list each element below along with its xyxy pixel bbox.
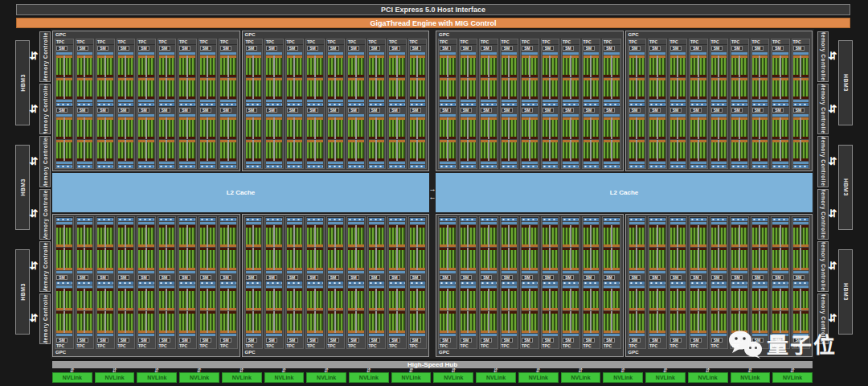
processing-block [793, 55, 809, 77]
tpc-label: TPC [117, 343, 135, 348]
processing-block [287, 78, 303, 100]
processing-block [246, 78, 262, 100]
sm-label-wrap: SM [118, 337, 134, 343]
sm-block: SM [327, 217, 345, 281]
sm-block: SM [158, 217, 176, 281]
processing-block [410, 78, 426, 100]
sm-label-wrap: SM [77, 45, 93, 51]
sm-label-wrap: SM [179, 107, 195, 113]
sm-label: SM [266, 46, 277, 51]
tex-unit-bar [629, 165, 645, 168]
l1-cache-bar [772, 52, 788, 55]
sm-block: SM [286, 106, 304, 168]
l1-cache-bar [307, 114, 323, 117]
l1-cache-bar [138, 162, 154, 164]
sm-label-wrap: SM [246, 107, 262, 113]
l1-cache-bar [670, 334, 686, 336]
l1-cache-bar [604, 162, 620, 164]
l1-cache-bar [410, 334, 426, 336]
processing-block [246, 117, 262, 139]
sm-block: SM [137, 106, 155, 168]
l1-cache-bar [287, 334, 303, 336]
processing-block [410, 117, 426, 139]
processing-block [711, 225, 727, 247]
processing-block [502, 225, 518, 247]
sm-label: SM [159, 275, 170, 280]
l1-cache-bar [389, 285, 405, 288]
tex-unit-bar [711, 165, 727, 168]
l1-cache-bar [522, 285, 538, 288]
tex-unit-bar [604, 165, 620, 168]
tex-unit-bar [690, 218, 706, 221]
tpc-block: SMSMTPC [648, 216, 667, 349]
gpc-label: GPC [436, 31, 623, 39]
sm-label-wrap: SM [690, 337, 706, 343]
sm-label-wrap: SM [287, 337, 303, 343]
memory-controller-column-right: Memory ControllerMemory ControllerMemory… [817, 31, 829, 344]
sm-label: SM [159, 338, 170, 343]
processing-block [542, 248, 559, 269]
gpc-body: SMSMTPCSMSMTPCSMSMTPCSMSMTPCSMSMTPCSMSMT… [53, 215, 240, 349]
sm-label-wrap: SM [649, 274, 665, 281]
processing-block [266, 140, 282, 162]
sm-label: SM [246, 46, 257, 51]
l1-cache-bar [522, 114, 538, 117]
tex-unit-bar [752, 165, 768, 168]
hbm3-block: HBM3 [838, 145, 853, 230]
sm-block: SM [603, 281, 620, 344]
processing-block [159, 225, 175, 247]
sm-label-wrap: SM [752, 45, 768, 51]
processing-block [118, 248, 134, 269]
sm-label-wrap: SM [629, 274, 645, 281]
nvlink-block: NVLink [52, 372, 92, 383]
processing-block [563, 55, 579, 77]
l1-cache-bar [563, 222, 579, 224]
l1-cache-bar [731, 285, 747, 288]
sm-label-wrap: SM [328, 107, 344, 113]
processing-block [77, 225, 93, 247]
sm-label-wrap: SM [179, 274, 195, 281]
tpc-block: SMSMTPC [628, 216, 647, 349]
l1-cache-bar [287, 271, 303, 273]
sm-label: SM [328, 275, 339, 280]
l1-cache-bar [266, 162, 282, 164]
l1-cache-bar [369, 285, 385, 288]
processing-block [649, 311, 665, 333]
hbm3-label: HBM3 [843, 179, 849, 196]
nvlink-block: NVLink [561, 372, 601, 383]
l2-cache-right: L2 Cache [436, 173, 813, 212]
gpc-body: SMSMTPCSMSMTPCSMSMTPCSMSMTPCSMSMTPCSMSMT… [436, 215, 623, 349]
sm-block: SM [562, 44, 579, 106]
tpc-block: TPCSMSM [479, 39, 498, 169]
l1-cache-bar [731, 114, 747, 117]
sm-block: SM [460, 44, 477, 106]
sm-label-wrap: SM [793, 107, 809, 113]
l1-cache-bar [793, 162, 809, 164]
hbm3-block: HBM3 [838, 249, 853, 335]
sm-label: SM [752, 275, 764, 280]
sm-block: SM [286, 281, 304, 344]
memory-controller-block: Memory Controller [39, 189, 51, 240]
memory-bidirectional-arrow-icon: ⇵ [29, 49, 39, 64]
processing-block [179, 311, 195, 333]
l1-cache-bar [711, 285, 727, 288]
tex-unit-bar [348, 218, 364, 221]
processing-block [502, 117, 518, 139]
tpc-block: TPCSMSM [628, 39, 647, 169]
processing-block [138, 140, 154, 162]
sm-label: SM [246, 338, 257, 343]
tex-unit-bar [287, 281, 303, 285]
sm-block: SM [542, 217, 559, 281]
processing-block [97, 78, 113, 100]
processing-block [461, 248, 477, 269]
tpc-label: TPC [368, 343, 386, 348]
l1-cache-bar [56, 162, 72, 164]
processing-block [287, 140, 303, 162]
processing-block [481, 225, 497, 247]
sm-block: SM [460, 217, 477, 281]
l1-cache-bar [348, 271, 364, 273]
tpc-label: TPC [286, 343, 304, 348]
processing-block [711, 55, 727, 77]
high-speed-hub-bar: High-Speed Hub [52, 361, 813, 368]
sm-block: SM [327, 44, 345, 106]
